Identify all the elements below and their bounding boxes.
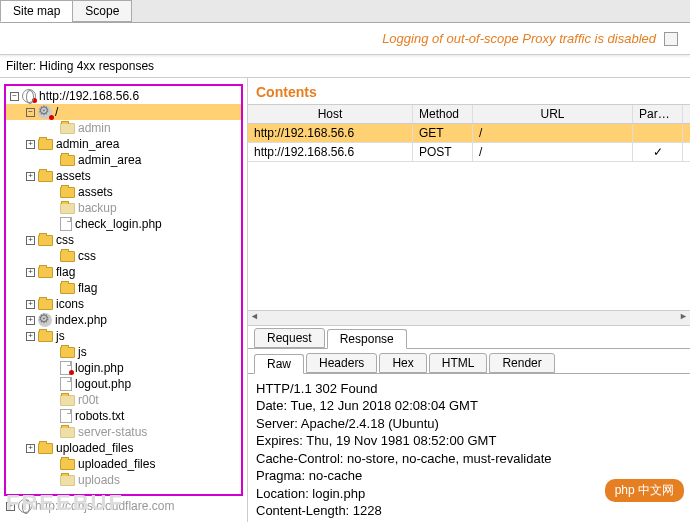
tree-item[interactable]: r00t xyxy=(6,392,241,408)
tree-item[interactable]: assets xyxy=(6,184,241,200)
table-row[interactable]: http://192.168.56.6POST/✓ xyxy=(248,143,690,162)
folder-icon xyxy=(60,187,75,198)
tree-root-slash[interactable]: − / xyxy=(6,104,241,120)
col-host[interactable]: Host xyxy=(248,105,413,123)
toggle-spacer xyxy=(46,460,57,469)
toggle-spacer xyxy=(46,156,57,165)
toggle-open-icon[interactable]: − xyxy=(26,108,35,117)
tree-label: server-status xyxy=(78,425,147,439)
folder-icon xyxy=(60,251,75,262)
watermark-php: php 中文网 xyxy=(605,479,684,502)
toggle-closed-icon[interactable]: + xyxy=(26,300,35,309)
toggle-spacer xyxy=(46,380,57,389)
tree-label: r00t xyxy=(78,393,99,407)
tree-item[interactable]: +assets xyxy=(6,168,241,184)
tree-item[interactable]: flag xyxy=(6,280,241,296)
tree-label: icons xyxy=(56,297,84,311)
folder-icon xyxy=(60,475,75,486)
subtab-raw[interactable]: Raw xyxy=(254,354,304,374)
sitemap-tree[interactable]: − http://192.168.56.6 − / admin+admin_ar… xyxy=(0,78,248,522)
tree-item[interactable]: check_login.php xyxy=(6,216,241,232)
tree-item[interactable]: uploads xyxy=(6,472,241,488)
file-icon xyxy=(60,361,72,375)
tree-item[interactable]: +uploaded_files xyxy=(6,440,241,456)
cell-params xyxy=(633,124,683,142)
folder-icon xyxy=(38,171,53,182)
tree-label: uploaded_files xyxy=(78,457,155,471)
tree-label: js xyxy=(56,329,65,343)
tree-item[interactable]: css xyxy=(6,248,241,264)
toggle-closed-icon[interactable]: + xyxy=(26,332,35,341)
tree-label: admin xyxy=(78,121,111,135)
filter-bar[interactable]: Filter: Hiding 4xx responses xyxy=(0,55,690,78)
col-method[interactable]: Method xyxy=(413,105,473,123)
toggle-spacer xyxy=(46,396,57,405)
subtab-html[interactable]: HTML xyxy=(429,353,488,373)
tab-response[interactable]: Response xyxy=(327,329,407,349)
tree-item[interactable]: backup xyxy=(6,200,241,216)
tree-item[interactable]: js xyxy=(6,344,241,360)
tree-label: backup xyxy=(78,201,117,215)
col-url[interactable]: URL xyxy=(473,105,633,123)
tree-label: robots.txt xyxy=(75,409,124,423)
tree-item[interactable]: +flag xyxy=(6,264,241,280)
tree-label: assets xyxy=(78,185,113,199)
tree-label: flag xyxy=(56,265,75,279)
subtab-hex[interactable]: Hex xyxy=(379,353,426,373)
toggle-closed-icon[interactable]: + xyxy=(26,236,35,245)
tab-scope[interactable]: Scope xyxy=(72,0,132,22)
tree-label: assets xyxy=(56,169,91,183)
response-subtabs: Raw Headers Hex HTML Render xyxy=(248,351,690,374)
tree-root[interactable]: − http://192.168.56.6 xyxy=(6,88,241,104)
folder-icon xyxy=(60,283,75,294)
tab-request[interactable]: Request xyxy=(254,328,325,348)
tree-item[interactable]: +icons xyxy=(6,296,241,312)
table-row[interactable]: http://192.168.56.6GET/ xyxy=(248,124,690,143)
tree-item[interactable]: uploaded_files xyxy=(6,456,241,472)
toggle-closed-icon[interactable]: + xyxy=(26,316,35,325)
tree-item[interactable]: +js xyxy=(6,328,241,344)
folder-icon xyxy=(60,203,75,214)
tree-item[interactable]: +css xyxy=(6,232,241,248)
tree-item[interactable]: logout.php xyxy=(6,376,241,392)
toggle-spacer xyxy=(46,348,57,357)
horizontal-scrollbar[interactable] xyxy=(248,310,690,325)
watermark-freebuf: FREEBUF xyxy=(6,490,124,516)
toggle-closed-icon[interactable]: + xyxy=(26,268,35,277)
toggle-spacer xyxy=(46,188,57,197)
folder-icon xyxy=(38,235,53,246)
tab-sitemap[interactable]: Site map xyxy=(0,0,73,22)
folder-icon xyxy=(60,427,75,438)
tree-label: http://192.168.56.6 xyxy=(39,89,139,103)
toggle-closed-icon[interactable]: + xyxy=(26,172,35,181)
gear-icon xyxy=(38,313,52,327)
tree-label: logout.php xyxy=(75,377,131,391)
tree-label: admin_area xyxy=(56,137,119,151)
cell-url: / xyxy=(473,124,633,142)
cell-url: / xyxy=(473,143,633,161)
tree-label: index.php xyxy=(55,313,107,327)
col-params[interactable]: Params xyxy=(633,105,683,123)
toggle-spacer xyxy=(46,428,57,437)
tree-item[interactable]: server-status xyxy=(6,424,241,440)
cell-host: http://192.168.56.6 xyxy=(248,143,413,161)
tree-item[interactable]: +admin_area xyxy=(6,136,241,152)
toggle-closed-icon[interactable]: + xyxy=(26,444,35,453)
folder-icon xyxy=(60,395,75,406)
subtab-render[interactable]: Render xyxy=(489,353,554,373)
table-header: Host Method URL Params xyxy=(248,105,690,124)
toggle-spacer xyxy=(46,476,57,485)
folder-icon xyxy=(60,123,75,134)
cell-method: POST xyxy=(413,143,473,161)
tree-item[interactable]: admin_area xyxy=(6,152,241,168)
tree-item[interactable]: admin xyxy=(6,120,241,136)
subtab-headers[interactable]: Headers xyxy=(306,353,377,373)
gear-icon xyxy=(38,105,52,119)
toggle-open-icon[interactable]: − xyxy=(10,92,19,101)
tree-item[interactable]: +index.php xyxy=(6,312,241,328)
tree-item[interactable]: robots.txt xyxy=(6,408,241,424)
folder-icon xyxy=(38,299,53,310)
banner-button[interactable] xyxy=(664,32,678,46)
tree-item[interactable]: login.php xyxy=(6,360,241,376)
toggle-closed-icon[interactable]: + xyxy=(26,140,35,149)
